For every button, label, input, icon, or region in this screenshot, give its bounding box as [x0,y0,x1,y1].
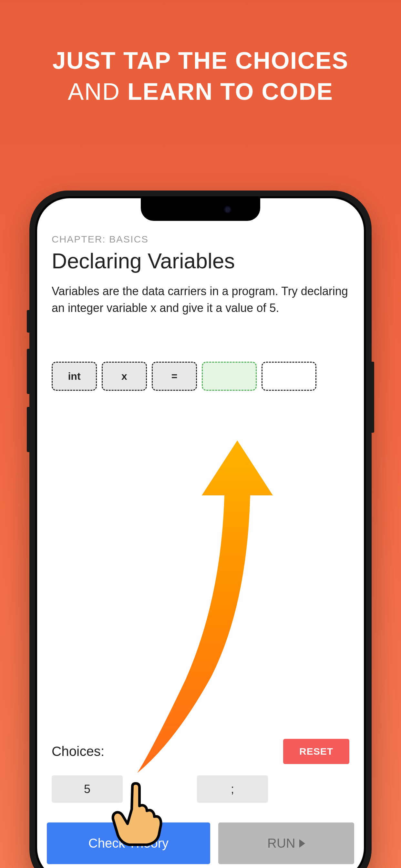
code-slot-1[interactable]: int [52,362,97,391]
reset-button[interactable]: RESET [283,739,349,764]
phone-side-button [27,310,29,333]
chapter-label: CHAPTER: BASICS [52,234,349,245]
run-button-label: RUN [267,836,296,850]
code-slots-row: int x = [52,362,349,391]
choices-row: 5 ; [52,775,349,803]
phone-frame: CHAPTER: BASICS Declaring Variables Vari… [29,190,372,868]
code-slot-3[interactable]: = [152,362,197,391]
check-theory-button[interactable]: Check Theory [47,823,210,864]
phone-volume-down [27,407,29,452]
phone-power-button [372,362,374,433]
play-icon [299,839,305,848]
code-slot-4-active[interactable] [202,362,257,391]
code-slot-5-empty[interactable] [261,362,316,391]
phone-notch [141,198,260,221]
app-content: CHAPTER: BASICS Declaring Variables Vari… [37,198,364,868]
phone-screen: CHAPTER: BASICS Declaring Variables Vari… [37,198,364,868]
lesson-title: Declaring Variables [52,249,349,273]
promo-header: JUST TAP THE CHOICES AND LEARN TO CODE [0,0,401,107]
choices-section: Choices: RESET 5 ; [52,739,349,803]
promo-line-2: AND LEARN TO CODE [0,76,401,107]
choices-label: Choices: [52,744,104,759]
phone-inner: CHAPTER: BASICS Declaring Variables Vari… [35,196,366,868]
lesson-description: Variables are the data carriers in a pro… [52,283,349,316]
bottom-buttons-row: Check Theory RUN [47,823,354,864]
choices-header: Choices: RESET [52,739,349,764]
phone-camera [224,206,231,213]
choice-button-5[interactable]: 5 [52,775,123,803]
choice-button-semicolon[interactable]: ; [197,775,268,803]
phone-volume-up [27,349,29,394]
tutorial-arrow-icon [137,437,286,773]
code-slot-2[interactable]: x [102,362,147,391]
promo-line-1: JUST TAP THE CHOICES [0,45,401,76]
run-button[interactable]: RUN [218,823,354,864]
